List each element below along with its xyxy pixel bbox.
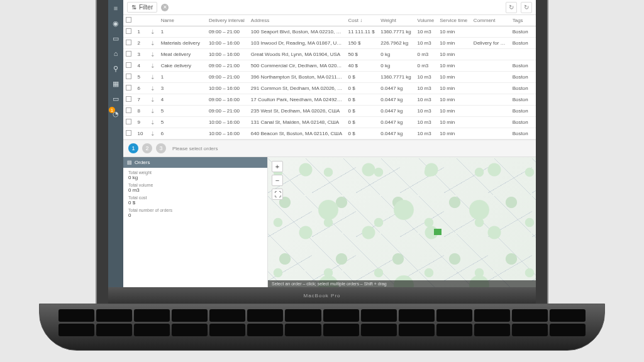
cell-weight: 1360.7771 kg	[378, 26, 414, 38]
map-zoom-out[interactable]: −	[272, 175, 283, 186]
cell-weight: 226.7962 kg	[378, 38, 414, 49]
orders-panel-title: Orders	[135, 160, 150, 165]
key	[96, 324, 132, 336]
cell-tags: Boston	[510, 94, 536, 106]
bottom-split: ▤ Orders Total weight 0 kg Total volume …	[123, 157, 536, 287]
cell-service: 10 min	[437, 94, 471, 106]
cell-comment	[471, 117, 510, 128]
col-comment[interactable]: Comment	[471, 15, 510, 26]
refresh-button[interactable]: ↻	[506, 2, 517, 13]
total-weight-value: 0 kg	[128, 175, 262, 180]
col-address[interactable]: Address	[248, 15, 346, 26]
filter-button[interactable]: ⇅ Filter	[127, 2, 157, 13]
table-row[interactable]: 1⇣109:00 – 21:00100 Seaport Blvd, Boston…	[123, 26, 536, 38]
clipboard-icon[interactable]: ▭	[111, 34, 120, 43]
map[interactable]: + − ⛶ Select an order – click; select mu…	[268, 157, 536, 287]
table-row[interactable]: 3⇣Meat delivery10:00 – 16:00Great Woods …	[123, 49, 536, 60]
row-checkbox[interactable]	[126, 40, 131, 45]
cell-service: 10 min	[437, 117, 471, 128]
pin-icon[interactable]: ⚲	[111, 64, 120, 73]
step-2[interactable]: 2	[142, 143, 152, 153]
step-3[interactable]: 3	[156, 143, 166, 153]
cell-address: 235 West St, Dedham, MA 02026, США	[248, 106, 346, 117]
table-row[interactable]: 5⇣109:00 – 21:00396 Northampton St, Bost…	[123, 72, 536, 83]
cell-comment	[471, 128, 510, 140]
row-checkbox[interactable]	[126, 51, 131, 57]
cell-address: 640 Beacon St, Boston, MA 02116, США	[248, 128, 346, 140]
cell-service: 10 min	[437, 26, 471, 38]
cell-service: 10 min	[437, 106, 471, 117]
person-icon[interactable]: ◉	[111, 19, 120, 28]
table-row[interactable]: 2⇣Materials delivery10:00 – 16:00103 Inw…	[123, 38, 536, 49]
map-zoom-in[interactable]: +	[272, 161, 283, 172]
table-row[interactable]: 10⇣610:00 – 16:00640 Beacon St, Boston, …	[123, 128, 536, 140]
col-interval[interactable]: Delivery interval	[206, 15, 248, 26]
cell-volume: 10 m3	[415, 26, 438, 38]
total-count-value: 0	[128, 212, 262, 218]
col-name[interactable]: Name	[158, 15, 206, 26]
row-checkbox[interactable]	[126, 74, 131, 79]
status-icon: ⇣	[150, 52, 155, 58]
cell-name: 5	[158, 106, 206, 117]
filter-icon: ⇅	[131, 4, 136, 11]
cell-volume: 0 m3	[415, 60, 438, 72]
col-cost[interactable]: Cost ↓	[345, 15, 378, 26]
cell-comment	[471, 94, 510, 106]
map-hint: Select an order – click; select multiple…	[268, 280, 536, 287]
total-cost-label: Total cost	[128, 195, 262, 200]
map-fullscreen[interactable]: ⛶	[272, 189, 283, 200]
row-checkbox[interactable]	[126, 107, 131, 113]
cell-tags: Boston	[510, 60, 536, 72]
cell-interval: 09:00 – 16:00	[206, 94, 248, 106]
row-checkbox[interactable]	[126, 28, 131, 34]
cell-interval: 10:00 – 16:00	[206, 117, 248, 128]
col-service[interactable]: Service time	[437, 15, 471, 26]
col-weight[interactable]: Weight	[378, 15, 414, 26]
col-tags[interactable]: Tags	[510, 15, 536, 26]
cell-cost: 150 $	[345, 38, 378, 49]
cell-comment	[471, 83, 510, 94]
row-checkbox[interactable]	[126, 119, 131, 124]
cell-tags: Boston	[510, 128, 536, 140]
table-row[interactable]: 9⇣510:00 – 16:00131 Canal St, Malden, MA…	[123, 117, 536, 128]
row-checkbox[interactable]	[126, 62, 131, 68]
key	[209, 309, 245, 322]
cell-service: 10 min	[437, 60, 471, 72]
menu-icon[interactable]: ≡	[111, 4, 120, 13]
cell-tags: Boston	[510, 38, 536, 49]
chat-icon[interactable]: ▭	[111, 94, 120, 103]
cell-name: 4	[158, 94, 206, 106]
export-button[interactable]: ↻	[521, 2, 532, 13]
cell-volume: 10 m3	[415, 128, 438, 140]
row-checkbox[interactable]	[126, 96, 131, 102]
cell-name: Materials delivery	[158, 38, 206, 49]
key	[323, 324, 359, 336]
key	[436, 309, 472, 322]
table-row[interactable]: 8⇣509:00 – 21:00235 West St, Dedham, MA …	[123, 106, 536, 117]
map-truck-marker[interactable]	[434, 229, 441, 235]
cell-service: 10 min	[437, 128, 471, 140]
step-1[interactable]: 1	[128, 143, 138, 153]
cell-service: 10 min	[437, 83, 471, 94]
orders-icon: ▤	[127, 160, 132, 165]
select-all-checkbox[interactable]	[126, 17, 131, 23]
table-row[interactable]: 4⇣Cake delivery09:00 – 21:00500 Commerci…	[123, 60, 536, 72]
cell-volume: 10 m3	[415, 106, 438, 117]
row-num: 8	[135, 106, 148, 117]
grid-icon[interactable]: ▦	[111, 79, 120, 88]
cell-interval: 10:00 – 16:00	[206, 38, 248, 49]
key	[172, 324, 208, 336]
cell-address: 17 Coulton Park, Needham, MA 02492, США	[248, 94, 346, 106]
row-checkbox[interactable]	[126, 85, 131, 90]
key	[512, 309, 548, 322]
bell-icon[interactable]: 1 ◔	[111, 109, 120, 118]
filter-clear-button[interactable]: ✕	[161, 4, 169, 11]
col-volume[interactable]: Volume	[415, 15, 438, 26]
table-row[interactable]: 7⇣409:00 – 16:0017 Coulton Park, Needham…	[123, 94, 536, 106]
laptop-hinge: MacBook Pro	[108, 287, 536, 304]
key	[247, 309, 283, 322]
cell-weight: 0.0447 kg	[378, 128, 414, 140]
row-checkbox[interactable]	[126, 130, 131, 136]
home-icon[interactable]: ⌂	[111, 49, 120, 58]
table-row[interactable]: 6⇣310:00 – 16:00291 Common St, Dedham, M…	[123, 83, 536, 94]
